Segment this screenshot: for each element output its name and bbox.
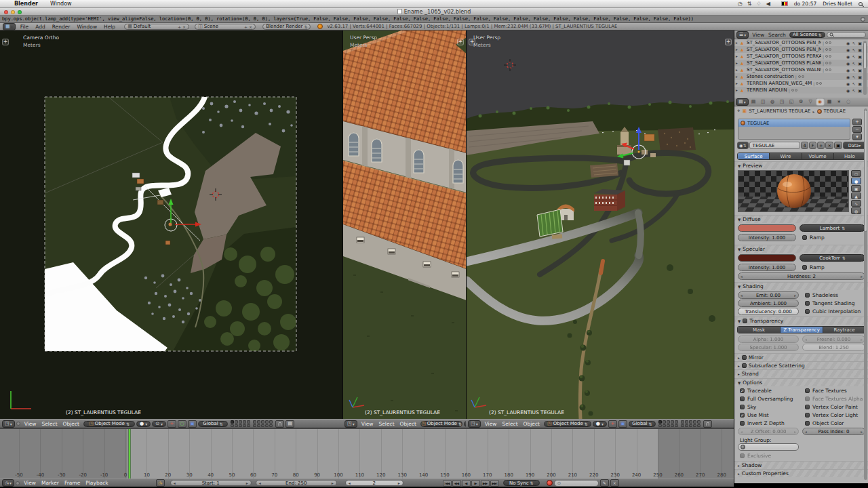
preview-mode-sky-button[interactable]: ◍ (851, 207, 861, 214)
outliner-item-label[interactable]: ST_SALVATOR_OTTOONS PEN_MATERIAL94 (747, 47, 821, 52)
layer-toggle[interactable] (658, 424, 662, 428)
properties-tab-physics[interactable]: ◌ (844, 98, 853, 106)
renderable-camera-icon[interactable]: ▣ (858, 88, 862, 93)
editor-type-button[interactable]: ☰▾ (736, 31, 749, 39)
layer-toggle[interactable] (689, 420, 692, 424)
viewport-menu-item[interactable]: View (482, 421, 500, 427)
transparency-mode-tab[interactable]: Raytrace (823, 327, 865, 333)
header-collapse-icon[interactable] (16, 422, 20, 426)
outliner-item[interactable]: ▸▲ST_SALVATOR_OTTOONS PERKAMENT|◉↖▣ (734, 53, 868, 60)
properties-tab-constraints[interactable]: ◱ (787, 98, 796, 106)
close-window-button[interactable] (4, 10, 8, 14)
renderable-camera-icon[interactable]: ▣ (858, 68, 862, 73)
layer-toggle[interactable] (257, 420, 260, 424)
layer-toggle[interactable] (685, 420, 688, 424)
expand-icon[interactable]: ▸ (736, 54, 741, 58)
menu-display-icon[interactable]: ♢ (757, 1, 762, 7)
checkbox-object-color[interactable]: Object Color (805, 420, 863, 426)
mode-selector[interactable]: ◳Object Mode⇅ (544, 421, 591, 427)
mode-selector[interactable]: ◳Object Mode⇅ (420, 421, 462, 427)
properties-tab-object-data[interactable]: ▽ (806, 98, 815, 106)
timeline-menu-item[interactable]: Marker (39, 480, 62, 486)
outliner-item-label[interactable]: ST_SALVATOR_OTTOONS PERKAMENT (747, 54, 821, 59)
manipulator-translate-button[interactable]: + (167, 420, 176, 428)
new-material-button[interactable]: + (817, 142, 825, 149)
outliner-item-label[interactable]: Stones construction (747, 74, 794, 79)
checkbox-vertex-color-light[interactable]: Vertex Color Light (805, 412, 863, 418)
section-shading[interactable]: ▼Shading (734, 282, 868, 290)
preview-mode-hair-button[interactable]: ∿ (851, 200, 861, 207)
unlink-material-button[interactable]: × (825, 142, 833, 149)
copy-material-button[interactable]: ▣ (834, 142, 842, 149)
play-button[interactable]: ▶ (471, 480, 480, 487)
selectable-arrow-icon[interactable]: ↖ (852, 81, 856, 86)
render-opengl-button[interactable]: ▤ (285, 420, 294, 428)
outliner-item[interactable]: ▸▲ST_SALVATOR_OTTOONS PLANKEN|◉↖▣ (734, 60, 868, 66)
translucency-slider[interactable]: Translucency: 0.000 (738, 308, 799, 315)
user-menu-label[interactable]: Dries Nollet (823, 1, 852, 7)
outliner-item[interactable]: ▸▲ST_SALVATOR_OTTOONS PEN_MATERIAL94|◉↖▣ (734, 46, 868, 53)
outliner-item[interactable]: ▸▲TERREIN AARDEN_WEG_4M|◉↖▣ (734, 80, 868, 87)
renderable-camera-icon[interactable]: ▣ (858, 81, 862, 86)
layer-toggle[interactable] (675, 420, 678, 424)
visibility-eye-icon[interactable]: ◉ (846, 47, 850, 52)
diffuse-shader-selector[interactable]: Lambert⇅ (800, 224, 865, 232)
specular-color-swatch[interactable] (738, 254, 796, 262)
snap-magnet-button[interactable]: U (703, 420, 712, 428)
properties-tab-render[interactable]: ▤ (749, 98, 758, 106)
os-menu-item[interactable]: Window (47, 1, 75, 7)
keying-set-field[interactable]: ⊙ (554, 480, 599, 487)
info-menu-item[interactable]: Window (73, 24, 100, 30)
properties-tab-object[interactable]: ◳ (778, 98, 787, 106)
render-engine-selector[interactable]: Blender Render⇅ (262, 24, 311, 30)
material-type-tab[interactable]: Halo (834, 153, 865, 159)
layer-toggle[interactable] (693, 424, 696, 428)
jump-to-start-button[interactable]: |◀◀ (443, 480, 452, 487)
breadcrumb-material[interactable]: TEGULAE (824, 108, 846, 114)
outliner-menu-item[interactable]: Search (766, 32, 788, 38)
current-frame-playhead[interactable] (129, 429, 130, 479)
app-menu[interactable]: Blender (14, 1, 38, 7)
specular-shader-selector[interactable]: CookTorr⇅ (800, 254, 865, 262)
renderable-camera-icon[interactable]: ▣ (858, 47, 862, 52)
link-data-selector[interactable]: Data▾ (843, 142, 866, 149)
layer-toggle[interactable] (667, 424, 670, 428)
viewport-shading-selector[interactable]: ●▾ (593, 421, 607, 427)
outliner-item-label[interactable]: ST_SALVATOR_OTTOONS PLANKEN (747, 60, 821, 66)
timeline-menu-item[interactable]: View (21, 480, 39, 486)
layer-toggle[interactable] (235, 424, 238, 428)
insert-keyframe-button[interactable]: ✎ (600, 479, 609, 487)
blend-slider[interactable]: Blend: 1.250 (802, 344, 865, 351)
expand-icon[interactable]: ▸ (736, 47, 741, 52)
timeline-menu-item[interactable]: Frame (62, 480, 83, 486)
layer-toggle[interactable] (253, 424, 256, 428)
breadcrumb-object[interactable]: ST_LAURENTIUS TEGULAE (749, 108, 810, 114)
frame-start-field[interactable]: ◂Start: 1▸ (170, 480, 252, 486)
layer-toggle[interactable] (265, 424, 269, 428)
preview-mode-cube-button[interactable]: ▣ (851, 185, 861, 192)
header-collapse-icon[interactable] (16, 481, 20, 485)
layer-toggle[interactable] (239, 424, 242, 428)
viewport-menu-item[interactable]: View (359, 421, 376, 427)
outliner-search-input[interactable] (827, 32, 866, 38)
auto-keyframe-record-button[interactable] (547, 480, 553, 486)
expand-icon[interactable]: ▸ (736, 81, 741, 85)
console-collapse-icon[interactable] (861, 17, 865, 22)
frame-end-field[interactable]: ◂End: 250▸ (256, 480, 337, 486)
info-menu-item[interactable]: Add (32, 24, 49, 30)
zoom-window-button[interactable] (18, 10, 22, 14)
add-slot-button[interactable]: + (852, 119, 862, 125)
mode-selector[interactable]: ◳Object Mode⇅ (83, 421, 135, 427)
layer-toggle[interactable] (261, 424, 264, 428)
sss-enable-checkbox[interactable] (742, 363, 747, 368)
menu-spaces-icon[interactable]: ⇅ (747, 1, 752, 7)
layer-toggle[interactable] (689, 424, 692, 428)
menu-clock-icon[interactable]: ◷ (738, 1, 743, 7)
viewport-menu-item[interactable]: View (22, 421, 39, 427)
expand-icon[interactable]: ▸ (736, 68, 741, 72)
viewport-shading-selector[interactable]: ●▾ (136, 421, 151, 427)
diffuse-intensity-slider[interactable]: Intensity: 1.000 (738, 234, 796, 241)
layer-toggle[interactable] (675, 424, 678, 428)
checkbox-cubic-interpolation[interactable]: Cubic Interpolation (805, 308, 861, 314)
checkbox-vertex-color-paint[interactable]: Vertex Color Paint (805, 404, 863, 409)
